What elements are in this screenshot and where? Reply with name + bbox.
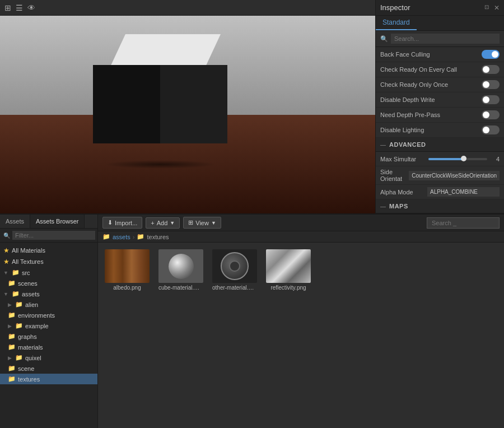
file-tree: ★ All Materials ★ All Textures ▼ 📁 src 📁 bbox=[0, 243, 97, 428]
src-expand-icon: ▼ bbox=[3, 270, 8, 276]
browser-content: albedo.png cube-material.m... bbox=[98, 243, 504, 428]
add-button[interactable]: + Add ▼ bbox=[146, 217, 180, 229]
environments-label: environments bbox=[18, 312, 55, 319]
textures-label: textures bbox=[18, 376, 40, 383]
breadcrumb-assets[interactable]: assets bbox=[113, 234, 130, 240]
tree-item-assets[interactable]: ▼ 📁 assets bbox=[0, 289, 97, 299]
asset-albedo[interactable]: albedo.png bbox=[102, 247, 152, 293]
asset-cube-material[interactable]: cube-material.m... bbox=[156, 247, 206, 293]
scenes-folder-icon: 📁 bbox=[8, 280, 16, 287]
alien-label: alien bbox=[25, 301, 38, 308]
inspector-content: Back Face Culling Check Ready On Every C… bbox=[376, 47, 504, 213]
asset-reflectivity[interactable]: reflectivity.png bbox=[264, 247, 313, 293]
textures-folder-icon: 📁 bbox=[8, 375, 16, 383]
src-label: src bbox=[22, 269, 30, 276]
inspector-search-bar: 🔍 bbox=[376, 31, 504, 47]
breadcrumb-textures: textures bbox=[147, 234, 169, 240]
back-face-culling-toggle[interactable] bbox=[482, 50, 500, 59]
asset-other-material[interactable]: other-material.m... bbox=[210, 247, 259, 293]
inspector-maximize-icon[interactable]: ⊡ bbox=[483, 4, 491, 12]
check-ready-every-call-toggle[interactable] bbox=[482, 65, 500, 74]
search-icon: 🔍 bbox=[380, 35, 388, 43]
max-lights-value: 4 bbox=[491, 156, 500, 162]
tree-item-scenes[interactable]: 📁 scenes bbox=[0, 278, 97, 289]
property-back-face-culling: Back Face Culling bbox=[376, 47, 504, 62]
breadcrumb-folder-icon: 📁 bbox=[102, 233, 110, 240]
star-icon-materials: ★ bbox=[3, 246, 10, 254]
assets-sidebar: Assets Assets Browser 🔍 ★ All Materials … bbox=[0, 215, 98, 428]
eye-icon[interactable]: 👁 bbox=[27, 3, 35, 12]
assets-expand-icon: ▼ bbox=[3, 291, 8, 297]
asset-albedo-thumbnail bbox=[105, 249, 150, 283]
tree-item-graphs[interactable]: 📁 graphs bbox=[0, 331, 97, 342]
maps-section-label: Maps bbox=[389, 203, 408, 210]
disable-depth-write-label: Disable Depth Write bbox=[380, 96, 482, 103]
tab-assets-browser[interactable]: Assets Browser bbox=[30, 215, 85, 228]
tree-item-src[interactable]: ▼ 📁 src bbox=[0, 267, 97, 278]
quixel-label: quixel bbox=[25, 355, 41, 361]
disable-lighting-toggle[interactable] bbox=[482, 125, 500, 134]
graphs-folder-icon: 📁 bbox=[8, 333, 16, 340]
filter-icon: 🔍 bbox=[3, 232, 10, 239]
tree-item-quixel[interactable]: ▶ 📁 quixel bbox=[0, 352, 97, 363]
inspector-panel: Inspector ⊡ ✕ Standard 🔍 Back Face Culli… bbox=[375, 0, 504, 213]
alien-folder-icon: 📁 bbox=[15, 301, 23, 308]
property-check-ready-every-call: Check Ready On Every Call bbox=[376, 62, 504, 77]
check-ready-only-once-toggle[interactable] bbox=[482, 80, 500, 89]
tree-item-scene[interactable]: 📁 scene bbox=[0, 363, 97, 374]
all-materials-label: All Materials bbox=[12, 247, 45, 254]
materials-folder-icon: 📁 bbox=[8, 343, 16, 351]
check-ready-only-once-label: Check Ready Only Once bbox=[380, 81, 482, 88]
example-label: example bbox=[25, 323, 49, 329]
tab-assets[interactable]: Assets bbox=[0, 215, 30, 228]
property-disable-depth-write: Disable Depth Write bbox=[376, 92, 504, 108]
scenes-label: scenes bbox=[18, 280, 38, 287]
property-disable-lighting: Disable Lighting bbox=[376, 123, 504, 138]
breadcrumb-sep: › bbox=[133, 234, 135, 240]
advanced-section-label: Advanced bbox=[389, 141, 426, 148]
tree-item-materials[interactable]: 📁 materials bbox=[0, 342, 97, 352]
tree-item-all-materials[interactable]: ★ All Materials bbox=[0, 245, 97, 256]
window-list-icon[interactable]: ⊞ bbox=[4, 3, 11, 12]
import-icon: ⬇ bbox=[108, 219, 113, 226]
layout-icon[interactable]: ☰ bbox=[16, 3, 23, 12]
tree-item-textures[interactable]: 📁 textures bbox=[0, 374, 97, 384]
alpha-mode-dropdown[interactable]: ALPHA_COMBINE bbox=[427, 187, 500, 197]
example-expand-icon: ▶ bbox=[8, 323, 12, 329]
assets-tabs: Assets Assets Browser bbox=[0, 215, 97, 229]
tree-item-environments[interactable]: 📁 environments bbox=[0, 310, 97, 320]
add-icon: + bbox=[151, 220, 154, 226]
back-face-culling-label: Back Face Culling bbox=[380, 51, 482, 58]
need-depth-prepass-toggle[interactable] bbox=[482, 110, 500, 119]
max-lights-slider[interactable] bbox=[428, 158, 487, 160]
tree-item-example[interactable]: ▶ 📁 example bbox=[0, 320, 97, 331]
side-orientation-row: Side Orientat CounterClockWiseSideOrient… bbox=[376, 166, 504, 185]
section-advanced[interactable]: — Advanced bbox=[376, 138, 504, 152]
tree-item-all-textures[interactable]: ★ All Textures bbox=[0, 256, 97, 267]
inspector-search-input[interactable] bbox=[391, 34, 500, 44]
tree-item-alien[interactable]: ▶ 📁 alien bbox=[0, 299, 97, 310]
browser-search-input[interactable] bbox=[427, 217, 500, 229]
tab-standard[interactable]: Standard bbox=[376, 16, 417, 30]
side-orientation-dropdown[interactable]: CounterClockWiseSideOrientation bbox=[409, 171, 500, 180]
need-depth-prepass-label: Need Depth Pre-Pass bbox=[380, 111, 482, 118]
add-chevron-icon: ▼ bbox=[170, 220, 175, 226]
assets-filter-input[interactable] bbox=[12, 231, 95, 240]
environments-folder-icon: 📁 bbox=[8, 311, 16, 319]
scene-folder-icon: 📁 bbox=[8, 365, 16, 372]
materials-label: materials bbox=[18, 344, 43, 351]
view-button[interactable]: ⊞ View ▼ bbox=[183, 217, 221, 229]
section-maps[interactable]: — Maps bbox=[376, 199, 504, 213]
inspector-close-icon[interactable]: ✕ bbox=[494, 4, 500, 12]
viewport-panel: ⊞ ☰ 👁 bbox=[0, 0, 375, 213]
import-button[interactable]: ⬇ Import... bbox=[102, 217, 142, 229]
quixel-expand-icon: ▶ bbox=[8, 355, 12, 361]
asset-cube-material-thumbnail bbox=[158, 249, 203, 283]
asset-albedo-name: albedo.png bbox=[113, 285, 141, 291]
asset-reflectivity-name: reflectivity.png bbox=[270, 285, 306, 291]
assets-label: assets bbox=[22, 291, 40, 297]
check-ready-every-call-label: Check Ready On Every Call bbox=[380, 66, 482, 73]
assets-folder-icon: 📁 bbox=[12, 290, 20, 297]
src-folder-icon: 📁 bbox=[12, 269, 20, 276]
disable-depth-write-toggle[interactable] bbox=[482, 95, 500, 104]
